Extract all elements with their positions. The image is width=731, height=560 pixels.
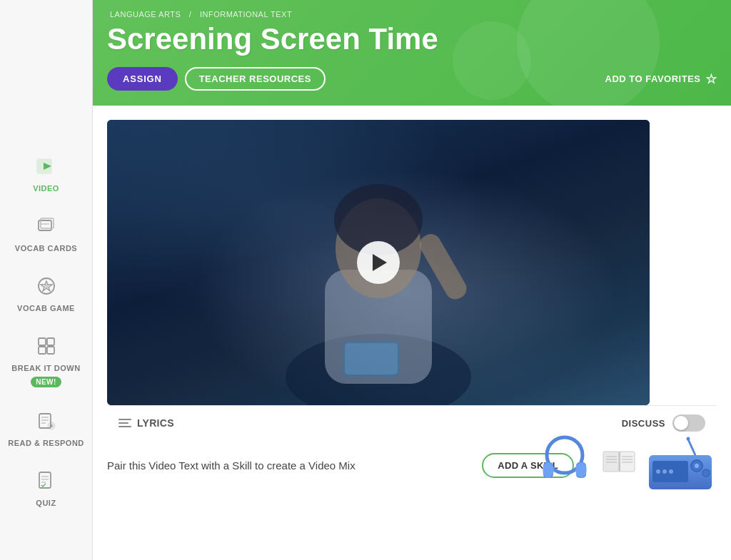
sidebar-vocab-cards-label: VOCAB CARDS: [15, 244, 77, 253]
play-triangle-icon: [373, 254, 387, 271]
header-actions: ASSIGN TEACHER RESOURCES ADD TO FAVORITE…: [107, 67, 717, 102]
break-it-down-icon: [33, 332, 60, 360]
quiz-icon: [33, 467, 60, 494]
teacher-resources-button[interactable]: TEACHER RESOURCES: [185, 67, 326, 91]
discuss-toggle[interactable]: [672, 414, 705, 432]
discuss-label: DISCUSS: [622, 418, 665, 429]
add-favorites-link[interactable]: ADD TO FAVORITES ☆: [605, 71, 717, 87]
star-icon: ☆: [705, 71, 717, 87]
breadcrumb: LANGUAGE ARTS / INFORMATIONAL TEXT: [107, 10, 717, 19]
svg-point-49: [702, 469, 710, 477]
page-wrapper: VIDEO VOCAB CARDS VOCAB GAME: [0, 0, 731, 560]
assign-button[interactable]: ASSIGN: [107, 67, 178, 91]
svg-point-48: [695, 464, 699, 468]
lyrics-button[interactable]: LYRICS: [119, 417, 174, 429]
svg-point-7: [44, 284, 49, 288]
play-button[interactable]: [357, 241, 400, 284]
main-content: LYRICS DISCUSS Pair this Video Text with…: [93, 106, 731, 560]
svg-rect-29: [345, 343, 398, 375]
sidebar: VIDEO VOCAB CARDS VOCAB GAME: [0, 0, 93, 560]
breadcrumb-sep1: /: [189, 10, 192, 19]
sidebar-item-video[interactable]: VIDEO: [0, 143, 92, 203]
svg-rect-35: [603, 452, 619, 472]
svg-rect-9: [47, 338, 54, 345]
sidebar-read-respond-label: READ & RESPOND: [8, 439, 84, 447]
svg-point-34: [575, 462, 587, 478]
svg-point-52: [656, 469, 660, 474]
sidebar-item-vocab-cards[interactable]: VOCAB CARDS: [0, 203, 92, 263]
video-icon: [33, 153, 60, 180]
sidebar-quiz-label: QUIZ: [36, 499, 56, 507]
sidebar-break-it-down-label: BREAK IT DOWN: [11, 364, 80, 372]
read-respond-icon: [33, 407, 60, 434]
book-icon: [600, 448, 642, 487]
video-section: LYRICS DISCUSS: [93, 106, 731, 440]
lyrics-label: LYRICS: [137, 417, 174, 429]
new-badge: NEW!: [31, 377, 61, 387]
video-player[interactable]: [107, 120, 650, 405]
sidebar-video-label: VIDEO: [33, 184, 59, 193]
video-background: [107, 120, 650, 405]
breadcrumb-part2: INFORMATIONAL TEXT: [200, 10, 292, 19]
sidebar-item-read-respond[interactable]: READ & RESPOND: [0, 397, 92, 457]
vocab-game-icon: [33, 273, 60, 300]
breadcrumb-part1: LANGUAGE ARTS: [110, 10, 181, 19]
svg-rect-55: [654, 477, 682, 479]
add-favorites-label: ADD TO FAVORITES: [605, 73, 701, 84]
sidebar-vocab-game-label: VOCAB GAME: [17, 304, 75, 312]
svg-rect-8: [39, 338, 46, 345]
sidebar-item-quiz[interactable]: QUIZ: [0, 457, 92, 517]
svg-rect-36: [619, 452, 635, 472]
svg-rect-11: [47, 347, 54, 354]
radio-icon: [645, 434, 717, 491]
svg-point-33: [543, 462, 554, 478]
svg-point-53: [662, 469, 667, 474]
svg-point-54: [669, 469, 673, 474]
promo-icons: [533, 434, 717, 491]
header: LANGUAGE ARTS / INFORMATIONAL TEXT Scree…: [93, 0, 731, 106]
lyrics-icon: [119, 419, 131, 427]
promo-text: Pair this Video Text with a Skill to cre…: [107, 459, 482, 472]
headphones-icon: [533, 434, 597, 491]
sidebar-item-vocab-game[interactable]: VOCAB GAME: [0, 263, 92, 322]
video-mix-promo: Pair this Video Text with a Skill to cre…: [93, 440, 731, 491]
svg-rect-19: [39, 472, 51, 488]
vocab-cards-icon: [33, 213, 60, 240]
discuss-area: DISCUSS: [622, 414, 705, 432]
svg-point-51: [687, 437, 690, 441]
sidebar-item-break-it-down[interactable]: BREAK IT DOWN NEW!: [0, 322, 92, 397]
svg-rect-10: [39, 347, 46, 354]
page-title: Screening Screen Time: [107, 23, 717, 56]
svg-line-50: [688, 439, 695, 455]
